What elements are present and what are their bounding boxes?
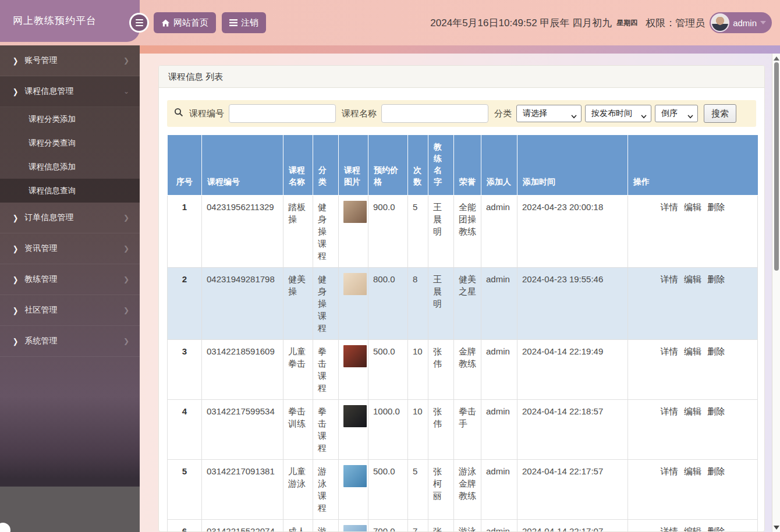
user-menu[interactable]: admin <box>710 12 772 33</box>
course-thumbnail <box>343 345 367 367</box>
cell-times: 10 <box>408 400 428 460</box>
sidebar-item-4[interactable]: ❯资讯管理❯ <box>0 233 140 264</box>
vertical-scrollbar[interactable] <box>772 54 780 532</box>
sidebar-item-label: 教练管理 <box>24 274 123 285</box>
detail-link[interactable]: 详情 <box>661 406 678 416</box>
cell-category: 拳击课程 <box>313 340 339 400</box>
delete-link[interactable]: 删除 <box>707 202 725 212</box>
hamburger-icon <box>131 15 147 31</box>
table-row: 403142217599534拳击训练拳击课程1000.010张伟拳击手admi… <box>168 400 758 460</box>
course-id-label: 课程编号 <box>189 108 224 119</box>
detail-link[interactable]: 详情 <box>661 466 678 476</box>
cell-category: 健身操课程 <box>313 196 339 268</box>
cell-times: 10 <box>408 340 428 400</box>
delete-link[interactable]: 删除 <box>707 274 725 284</box>
home-button[interactable]: 网站首页 <box>154 12 216 33</box>
sidebar-item-1[interactable]: ❯账号管理❯ <box>0 45 140 76</box>
edit-link[interactable]: 编辑 <box>684 406 701 416</box>
cell-index: 3 <box>168 340 202 400</box>
column-header-3: 课程名称 <box>283 135 313 196</box>
sidebar-subitem-2-2[interactable]: 课程分类查询 <box>0 131 140 155</box>
course-name-label: 课程名称 <box>342 108 377 119</box>
detail-link[interactable]: 详情 <box>661 526 678 532</box>
sidebar-item-3[interactable]: ❯订单信息管理❯ <box>0 203 140 233</box>
edit-link[interactable]: 编辑 <box>684 346 701 356</box>
detail-link[interactable]: 详情 <box>661 202 678 212</box>
category-label: 分类 <box>494 108 512 119</box>
detail-link[interactable]: 详情 <box>661 274 678 284</box>
course-name-input[interactable] <box>381 104 488 123</box>
table-row: 503142217091381儿童游泳游泳课程500.05张柯丽游泳金牌教练ad… <box>168 460 758 520</box>
table-header-row: 序号课程编号课程名称分类课程图片预约价格次数教练名字荣誉添加人添加时间操作 <box>168 135 758 196</box>
sidebar: ❯账号管理❯❯课程信息管理⌄课程分类添加课程分类查询课程信息添加课程信息查询❯订… <box>0 45 140 532</box>
caret-right-icon: ❯ <box>13 306 18 315</box>
edit-link[interactable]: 编辑 <box>684 466 701 476</box>
chevron-down-icon: ⌄ <box>123 87 129 95</box>
cell-category: 游泳课程 <box>313 520 339 532</box>
cell-price: 800.0 <box>368 268 408 340</box>
column-header-4: 分类 <box>313 135 339 196</box>
cell-index: 2 <box>168 268 202 340</box>
cell-course-image <box>339 340 368 400</box>
scrollbar-thumb[interactable] <box>774 62 779 271</box>
caret-right-icon: ❯ <box>13 244 18 253</box>
cell-course-name: 儿童拳击 <box>283 340 313 400</box>
weekday-text: 星期四 <box>616 18 637 28</box>
sort-field-select[interactable]: 按发布时间 <box>585 105 651 122</box>
edit-link[interactable]: 编辑 <box>684 202 701 212</box>
course-id-input[interactable] <box>229 104 336 123</box>
delete-link[interactable]: 删除 <box>707 466 725 476</box>
course-thumbnail <box>343 201 367 223</box>
cell-course-image <box>339 196 368 268</box>
home-icon <box>161 19 170 27</box>
sidebar-item-6[interactable]: ❯社区管理❯ <box>0 295 140 326</box>
sidebar-item-5[interactable]: ❯教练管理❯ <box>0 264 140 295</box>
logout-button[interactable]: 注销 <box>222 12 266 33</box>
sort-order-select-value: 倒序 <box>661 108 678 119</box>
edit-link[interactable]: 编辑 <box>684 274 701 284</box>
cell-coach-name: 张伟 <box>428 400 454 460</box>
cell-add-time: 2024-04-14 22:17:57 <box>517 460 628 520</box>
search-button[interactable]: 搜索 <box>704 104 736 123</box>
menu-toggle-button[interactable] <box>129 13 149 33</box>
cell-course-name: 拳击训练 <box>283 400 313 460</box>
cell-price: 500.0 <box>368 340 408 400</box>
cell-adder: admin <box>481 400 517 460</box>
cell-category: 拳击课程 <box>313 400 339 460</box>
sidebar-subitem-2-3[interactable]: 课程信息添加 <box>0 155 140 179</box>
cell-course-code: 03142217091381 <box>202 460 283 520</box>
cell-coach-name: 张伟 <box>428 340 454 400</box>
category-select[interactable]: 请选择 <box>516 105 582 122</box>
detail-link[interactable]: 详情 <box>661 346 678 356</box>
sort-order-select[interactable]: 倒序 <box>655 105 698 122</box>
delete-link[interactable]: 删除 <box>707 346 725 356</box>
cell-course-code: 03142218591609 <box>202 340 283 400</box>
column-header-10: 添加人 <box>481 135 517 196</box>
cell-coach-name: 王晨明 <box>428 268 454 340</box>
chevron-down-icon <box>760 21 766 24</box>
cell-add-time: 2024-04-14 22:17:07 <box>517 520 628 532</box>
sidebar-subitem-2-1[interactable]: 课程分类添加 <box>0 107 140 131</box>
sidebar-subitem-label: 课程分类添加 <box>29 114 76 125</box>
datetime-text: 2024年5月16日10:49:52 甲辰年 四月初九 <box>430 16 612 30</box>
course-thumbnail <box>343 525 367 532</box>
scroll-down-arrow-icon[interactable] <box>774 526 779 530</box>
chevron-right-icon: ❯ <box>123 337 129 345</box>
edit-link[interactable]: 编辑 <box>684 526 701 532</box>
filter-bar: 课程编号 课程名称 分类 请选择 按发布时间 倒序 搜索 <box>167 100 756 127</box>
cell-honor: 健美之星 <box>454 268 481 340</box>
chevron-right-icon: ❯ <box>123 244 129 253</box>
caret-right-icon: ❯ <box>13 275 18 284</box>
chevron-right-icon: ❯ <box>123 214 129 222</box>
cell-actions: 详情 编辑 删除 <box>628 340 758 400</box>
home-button-label: 网站首页 <box>173 17 208 29</box>
select-caret-icon <box>687 111 693 120</box>
sidebar-subitem-2-4[interactable]: 课程信息查询 <box>0 179 140 203</box>
cell-coach-name: 张柯丽 <box>428 460 454 520</box>
sidebar-item-2[interactable]: ❯课程信息管理⌄ <box>0 76 140 107</box>
delete-link[interactable]: 删除 <box>707 526 725 532</box>
permission-text: 权限：管理员 <box>646 16 705 30</box>
sidebar-item-7[interactable]: ❯系统管理❯ <box>0 326 140 357</box>
scroll-up-arrow-icon[interactable] <box>774 55 779 61</box>
delete-link[interactable]: 删除 <box>707 406 725 416</box>
